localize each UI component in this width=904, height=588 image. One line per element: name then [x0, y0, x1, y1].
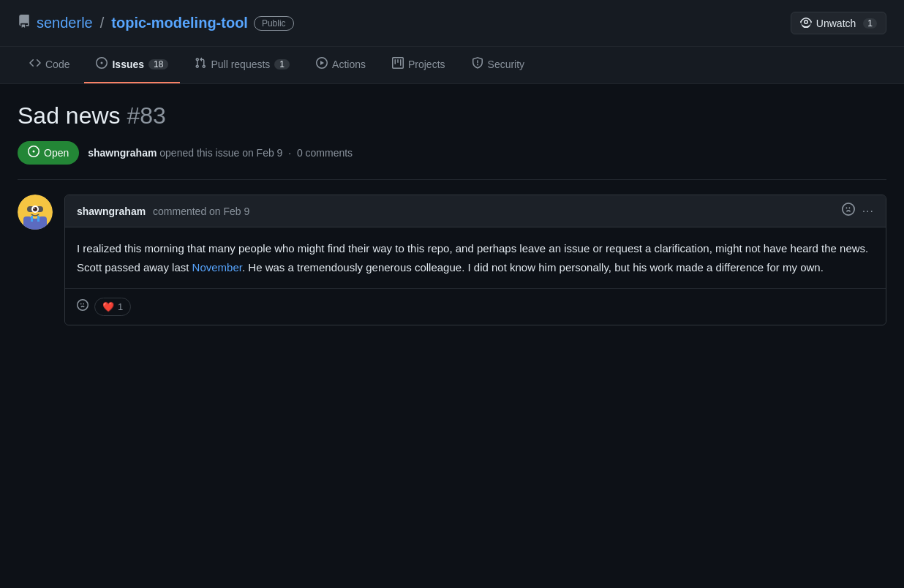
comment-text-part2: . He was a tremendously generous colleag… [242, 261, 824, 274]
projects-tab-label: Projects [408, 59, 445, 70]
repo-header: senderle / topic-modeling-tool Public Un… [0, 0, 904, 47]
comment-link-november[interactable]: November [192, 261, 242, 274]
actions-tab-label: Actions [332, 59, 366, 70]
issue-number: #83 [127, 102, 165, 129]
issue-author[interactable]: shawngraham [88, 147, 157, 159]
tab-security[interactable]: Security [460, 47, 537, 83]
repo-name-link[interactable]: topic-modeling-tool [111, 15, 248, 31]
repo-separator: / [100, 15, 105, 31]
issue-icon [96, 57, 108, 72]
heart-emoji: ❤️ [102, 301, 114, 312]
reactions-bar: ❤️ 1 [65, 288, 886, 325]
svg-point-6 [34, 208, 35, 209]
tab-actions[interactable]: Actions [304, 47, 377, 83]
comment-author-info: shawngraham commented on Feb 9 [77, 206, 249, 217]
issues-tab-label: Issues [112, 59, 144, 70]
repo-icon [18, 15, 31, 31]
repo-owner-link[interactable]: senderle [37, 15, 93, 31]
code-tab-label: Code [45, 59, 69, 70]
comment-author[interactable]: shawngraham [77, 206, 146, 217]
tab-pull-requests[interactable]: Pull requests 1 [183, 47, 301, 83]
issue-status-badge: Open [18, 141, 79, 165]
emoji-reaction-button[interactable] [842, 203, 855, 219]
tab-code[interactable]: Code [18, 47, 81, 83]
heart-reaction-button[interactable]: ❤️ 1 [94, 298, 131, 316]
pr-tab-label: Pull requests [211, 59, 270, 70]
tab-issues[interactable]: Issues 18 [84, 47, 180, 83]
comment-box: shawngraham commented on Feb 9 ··· [64, 195, 886, 325]
issue-status-text: Open [44, 147, 69, 159]
visibility-badge: Public [254, 16, 294, 31]
comment-thread: shawngraham commented on Feb 9 ··· [18, 195, 886, 325]
comment-body: I realized this morning that many people… [65, 227, 886, 288]
issue-meta: Open shawngraham opened this issue on Fe… [18, 141, 886, 180]
nav-tabs: Code Issues 18 Pull requests 1 Actions [0, 47, 904, 84]
main-content: Sad news #83 Open shawngraham opened thi… [0, 84, 904, 325]
comment-header: shawngraham commented on Feb 9 ··· [65, 195, 886, 227]
repo-title-group: senderle / topic-modeling-tool Public [18, 15, 294, 31]
unwatch-button[interactable]: Unwatch 1 [791, 12, 886, 34]
header-actions: Unwatch 1 [791, 12, 886, 34]
issue-title: Sad news #83 [18, 102, 886, 129]
comment-action-buttons: ··· [842, 203, 874, 219]
issue-info: shawngraham opened this issue on Feb 9 ·… [88, 147, 353, 159]
issues-tab-badge: 18 [148, 59, 168, 69]
unwatch-label: Unwatch [816, 18, 856, 29]
pr-tab-badge: 1 [274, 59, 290, 69]
heart-count: 1 [118, 301, 123, 312]
eye-icon [800, 16, 812, 30]
add-reaction-button[interactable] [77, 299, 88, 314]
avatar [18, 195, 53, 230]
svg-rect-7 [31, 216, 33, 222]
tab-projects[interactable]: Projects [380, 47, 457, 83]
security-icon [472, 57, 483, 72]
comment-timestamp: commented on Feb 9 [153, 206, 249, 217]
projects-icon [392, 57, 404, 72]
open-status-icon [28, 146, 39, 160]
code-icon [29, 57, 41, 72]
issue-title-text: Sad news [18, 102, 121, 129]
issue-comments: 0 comments [297, 147, 353, 159]
more-options-button[interactable]: ··· [862, 205, 874, 218]
pr-icon [195, 57, 206, 72]
svg-rect-8 [37, 216, 39, 222]
security-tab-label: Security [488, 59, 525, 70]
actions-icon [316, 57, 328, 72]
unwatch-count: 1 [863, 18, 877, 29]
